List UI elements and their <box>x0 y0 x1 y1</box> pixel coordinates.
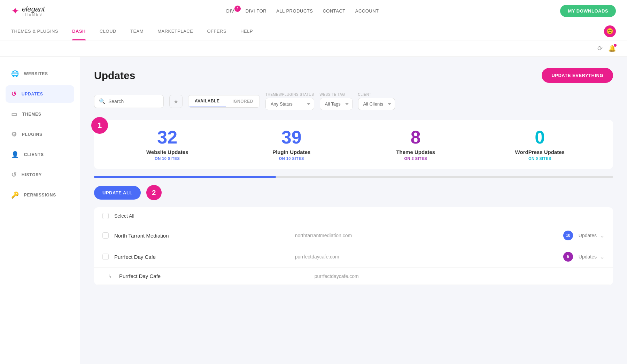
stat-theme-updates[interactable]: 8 Theme Updates ON 2 SITES <box>354 128 478 161</box>
sidebar-item-websites[interactable]: 🌐 WEBSITES <box>6 65 74 83</box>
profile-avatar[interactable]: 😊 <box>604 25 616 37</box>
tab-team[interactable]: TEAM <box>130 22 144 40</box>
stat-label-wordpress: WordPress Updates <box>478 149 602 155</box>
themes-plugins-status-select[interactable]: Any Status Up to Date Needs Update <box>265 98 314 110</box>
stat-number-websites: 32 <box>105 128 230 146</box>
tab-offers[interactable]: OFFERS <box>207 22 226 40</box>
client-select[interactable]: All Clients <box>358 98 395 110</box>
sidebar-label-updates: UPDATES <box>22 92 43 96</box>
indent-arrow-icon: ↳ <box>108 273 112 279</box>
stat-number-plugins: 39 <box>230 128 354 146</box>
update-all-section: UPDATE ALL 2 <box>94 176 613 200</box>
update-all-row: UPDATE ALL 2 <box>94 185 613 200</box>
sidebar-label-websites: WEBSITES <box>24 71 48 76</box>
tab-marketplace[interactable]: MARKETPLACE <box>157 22 193 40</box>
row-checkbox-2[interactable] <box>102 254 109 260</box>
badge-2: 2 <box>146 185 162 200</box>
tab-themes-plugins[interactable]: THEMES & PLUGINS <box>11 22 58 40</box>
stat-website-updates[interactable]: 32 Website Updates ON 10 SITES <box>105 128 230 161</box>
tab-cloud[interactable]: CLOUD <box>100 22 116 40</box>
site-name-1: North Tarrant Mediation <box>114 233 289 239</box>
divi-badge: 2 <box>234 6 241 12</box>
list-item[interactable]: Purrfect Day Cafe purrfectdaycafe.com 5 … <box>94 246 613 268</box>
stat-plugin-updates[interactable]: 39 Plugin Updates ON 10 SITES <box>230 128 354 161</box>
website-tag-group: WEBSITE TAG All Tags <box>320 93 353 110</box>
progress-bar-fill <box>94 176 276 178</box>
updates-label-2: Updates <box>579 254 597 260</box>
updates-icon: ↺ <box>11 90 17 98</box>
main-content: Updates UPDATE EVERYTHING 🔍 ★ AVAILABLE … <box>80 57 627 364</box>
nav-divi[interactable]: DIVI 2 <box>226 8 236 14</box>
website-tag-select[interactable]: All Tags <box>320 98 353 110</box>
stat-sub-themes: ON 2 SITES <box>354 156 478 161</box>
my-downloads-button[interactable]: MY DOWNLOADS <box>560 5 616 17</box>
update-all-button[interactable]: UPDATE ALL <box>94 186 141 200</box>
sidebar-item-plugins[interactable]: ⚙ PLUGINS <box>6 126 74 143</box>
second-nav: THEMES & PLUGINS DASH CLOUD TEAM MARKETP… <box>0 22 627 40</box>
progress-bar-wrap <box>94 176 613 178</box>
list-header: Select All <box>94 207 613 225</box>
themes-plugins-status-label: THEMES/PLUGINS STATUS <box>265 93 314 96</box>
sidebar-label-plugins: PLUGINS <box>22 132 42 137</box>
stat-wordpress-updates[interactable]: 0 WordPress Updates ON 0 SITES <box>478 128 602 161</box>
website-tag-label: WEBSITE TAG <box>320 93 353 96</box>
stats-row: 1 32 Website Updates ON 10 SITES 39 Plug… <box>94 120 613 169</box>
sidebar-item-clients[interactable]: 👤 CLIENTS <box>6 146 74 163</box>
nav-contact[interactable]: CONTACT <box>323 8 345 14</box>
top-nav-right: MY DOWNLOADS <box>560 5 616 17</box>
logo[interactable]: ✦ elegant themes <box>11 5 45 17</box>
tab-dash[interactable]: DASH <box>72 22 86 40</box>
filter-tab-ignored[interactable]: IGNORED <box>226 95 260 107</box>
search-wrap: 🔍 <box>94 95 164 108</box>
sites-list: Select All North Tarrant Mediation north… <box>94 207 613 285</box>
logo-icon: ✦ <box>11 5 19 17</box>
tab-help[interactable]: HELP <box>240 22 253 40</box>
plugins-icon: ⚙ <box>11 131 17 138</box>
nav-all-products[interactable]: ALL PRODUCTS <box>276 8 313 14</box>
sidebar-label-clients: CLIENTS <box>24 152 44 157</box>
logo-name: elegant <box>22 6 45 13</box>
stat-label-websites: Website Updates <box>105 149 230 155</box>
select-all-label: Select All <box>114 213 134 219</box>
updates-label-1: Updates <box>579 233 597 238</box>
update-everything-button[interactable]: UPDATE EVERYTHING <box>542 68 613 83</box>
nav-divi-for[interactable]: DIVI FOR <box>246 8 266 14</box>
progress-bar-bg <box>94 176 613 178</box>
filter-tab-available[interactable]: AVAILABLE <box>188 95 226 107</box>
top-nav: ✦ elegant themes DIVI 2 DIVI FOR ALL PRO… <box>0 0 627 22</box>
sidebar-label-themes: THEMES <box>22 112 41 117</box>
site-url-3: purrfectdaycafe.com <box>315 273 599 279</box>
refresh-icon[interactable]: ⟳ <box>597 45 603 52</box>
toolbar: ⟳ 🔔 <box>0 40 627 57</box>
main-layout: 🌐 WEBSITES ↺ UPDATES ▭ THEMES ⚙ PLUGINS … <box>0 57 627 364</box>
sidebar-item-history[interactable]: ↺ HISTORY <box>6 166 74 184</box>
globe-icon: 🌐 <box>11 70 19 78</box>
stat-number-themes: 8 <box>354 128 478 146</box>
site-url-2: purrfectdaycafe.com <box>295 254 558 260</box>
stat-number-wordpress: 0 <box>478 128 602 146</box>
row-checkbox-1[interactable] <box>102 232 109 239</box>
clients-icon: 👤 <box>11 151 19 158</box>
nav-account[interactable]: ACCOUNT <box>355 8 379 14</box>
list-item[interactable]: North Tarrant Mediation northtarrantmedi… <box>94 225 613 246</box>
notification-bell[interactable]: 🔔 <box>608 45 616 52</box>
star-button[interactable]: ★ <box>169 95 183 108</box>
filter-tabs: AVAILABLE IGNORED <box>188 95 260 108</box>
site-url-1: northtarrantmediation.com <box>295 233 558 238</box>
site-name-3: Purrfect Day Cafe <box>119 273 309 279</box>
page-header: Updates UPDATE EVERYTHING <box>94 68 613 83</box>
list-item-indented[interactable]: ↳ Purrfect Day Cafe purrfectdaycafe.com <box>94 268 613 285</box>
logo-tagline: themes <box>22 13 45 16</box>
updates-badge-2: 5 <box>563 252 573 262</box>
themes-icon: ▭ <box>11 110 17 118</box>
select-all-checkbox[interactable] <box>102 213 109 219</box>
sidebar-item-themes[interactable]: ▭ THEMES <box>6 106 74 123</box>
filters-row: 🔍 ★ AVAILABLE IGNORED THEMES/PLUGINS STA… <box>94 93 613 110</box>
chevron-down-icon-1: ⌄ <box>599 232 605 239</box>
row-right-1: 10 Updates ⌄ <box>563 231 605 240</box>
sidebar-item-permissions[interactable]: 🔑 PERMISSIONS <box>6 186 74 204</box>
updates-badge-1: 10 <box>563 231 573 240</box>
sidebar-item-updates[interactable]: ↺ UPDATES <box>6 85 74 103</box>
row-right-2: 5 Updates ⌄ <box>563 252 605 262</box>
permissions-icon: 🔑 <box>11 191 19 199</box>
